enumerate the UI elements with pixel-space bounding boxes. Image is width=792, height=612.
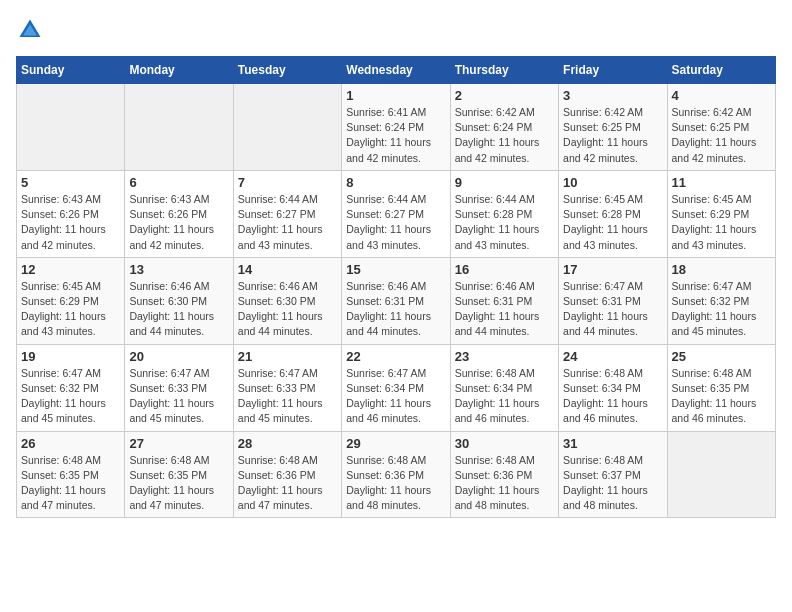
day-info: Sunrise: 6:43 AMSunset: 6:26 PMDaylight:…: [129, 192, 228, 253]
calendar-cell: 15Sunrise: 6:46 AMSunset: 6:31 PMDayligh…: [342, 257, 450, 344]
day-info: Sunrise: 6:47 AMSunset: 6:32 PMDaylight:…: [21, 366, 120, 427]
day-number: 26: [21, 436, 120, 451]
calendar-cell: 12Sunrise: 6:45 AMSunset: 6:29 PMDayligh…: [17, 257, 125, 344]
day-number: 11: [672, 175, 771, 190]
day-info: Sunrise: 6:47 AMSunset: 6:31 PMDaylight:…: [563, 279, 662, 340]
day-number: 9: [455, 175, 554, 190]
calendar-week-2: 5Sunrise: 6:43 AMSunset: 6:26 PMDaylight…: [17, 170, 776, 257]
calendar-cell: 14Sunrise: 6:46 AMSunset: 6:30 PMDayligh…: [233, 257, 341, 344]
day-info: Sunrise: 6:42 AMSunset: 6:25 PMDaylight:…: [672, 105, 771, 166]
day-number: 7: [238, 175, 337, 190]
day-info: Sunrise: 6:47 AMSunset: 6:33 PMDaylight:…: [238, 366, 337, 427]
day-number: 30: [455, 436, 554, 451]
day-info: Sunrise: 6:41 AMSunset: 6:24 PMDaylight:…: [346, 105, 445, 166]
calendar-cell: 20Sunrise: 6:47 AMSunset: 6:33 PMDayligh…: [125, 344, 233, 431]
day-info: Sunrise: 6:48 AMSunset: 6:35 PMDaylight:…: [129, 453, 228, 514]
day-number: 31: [563, 436, 662, 451]
day-number: 19: [21, 349, 120, 364]
calendar-cell: 13Sunrise: 6:46 AMSunset: 6:30 PMDayligh…: [125, 257, 233, 344]
dow-header-saturday: Saturday: [667, 57, 775, 84]
day-info: Sunrise: 6:48 AMSunset: 6:36 PMDaylight:…: [238, 453, 337, 514]
calendar-cell: 31Sunrise: 6:48 AMSunset: 6:37 PMDayligh…: [559, 431, 667, 518]
day-info: Sunrise: 6:48 AMSunset: 6:36 PMDaylight:…: [455, 453, 554, 514]
calendar-week-4: 19Sunrise: 6:47 AMSunset: 6:32 PMDayligh…: [17, 344, 776, 431]
calendar-cell: 29Sunrise: 6:48 AMSunset: 6:36 PMDayligh…: [342, 431, 450, 518]
calendar-cell: 10Sunrise: 6:45 AMSunset: 6:28 PMDayligh…: [559, 170, 667, 257]
day-info: Sunrise: 6:44 AMSunset: 6:27 PMDaylight:…: [238, 192, 337, 253]
day-number: 5: [21, 175, 120, 190]
day-number: 23: [455, 349, 554, 364]
calendar-table: SundayMondayTuesdayWednesdayThursdayFrid…: [16, 56, 776, 518]
day-number: 15: [346, 262, 445, 277]
calendar-cell: 18Sunrise: 6:47 AMSunset: 6:32 PMDayligh…: [667, 257, 775, 344]
day-info: Sunrise: 6:47 AMSunset: 6:32 PMDaylight:…: [672, 279, 771, 340]
calendar-cell: 23Sunrise: 6:48 AMSunset: 6:34 PMDayligh…: [450, 344, 558, 431]
calendar-cell: [233, 84, 341, 171]
calendar-cell: 3Sunrise: 6:42 AMSunset: 6:25 PMDaylight…: [559, 84, 667, 171]
day-info: Sunrise: 6:48 AMSunset: 6:36 PMDaylight:…: [346, 453, 445, 514]
day-info: Sunrise: 6:43 AMSunset: 6:26 PMDaylight:…: [21, 192, 120, 253]
day-info: Sunrise: 6:48 AMSunset: 6:34 PMDaylight:…: [563, 366, 662, 427]
calendar-cell: 5Sunrise: 6:43 AMSunset: 6:26 PMDaylight…: [17, 170, 125, 257]
calendar-cell: 26Sunrise: 6:48 AMSunset: 6:35 PMDayligh…: [17, 431, 125, 518]
day-number: 16: [455, 262, 554, 277]
day-info: Sunrise: 6:47 AMSunset: 6:33 PMDaylight:…: [129, 366, 228, 427]
days-of-week-row: SundayMondayTuesdayWednesdayThursdayFrid…: [17, 57, 776, 84]
day-info: Sunrise: 6:42 AMSunset: 6:25 PMDaylight:…: [563, 105, 662, 166]
calendar-cell: 28Sunrise: 6:48 AMSunset: 6:36 PMDayligh…: [233, 431, 341, 518]
day-info: Sunrise: 6:48 AMSunset: 6:35 PMDaylight:…: [672, 366, 771, 427]
dow-header-friday: Friday: [559, 57, 667, 84]
day-number: 28: [238, 436, 337, 451]
day-info: Sunrise: 6:44 AMSunset: 6:28 PMDaylight:…: [455, 192, 554, 253]
calendar-cell: [17, 84, 125, 171]
day-info: Sunrise: 6:46 AMSunset: 6:30 PMDaylight:…: [238, 279, 337, 340]
day-number: 6: [129, 175, 228, 190]
day-number: 13: [129, 262, 228, 277]
day-number: 8: [346, 175, 445, 190]
day-info: Sunrise: 6:46 AMSunset: 6:31 PMDaylight:…: [346, 279, 445, 340]
day-number: 3: [563, 88, 662, 103]
day-info: Sunrise: 6:45 AMSunset: 6:29 PMDaylight:…: [672, 192, 771, 253]
calendar-cell: 19Sunrise: 6:47 AMSunset: 6:32 PMDayligh…: [17, 344, 125, 431]
calendar-cell: 24Sunrise: 6:48 AMSunset: 6:34 PMDayligh…: [559, 344, 667, 431]
calendar-week-5: 26Sunrise: 6:48 AMSunset: 6:35 PMDayligh…: [17, 431, 776, 518]
day-info: Sunrise: 6:48 AMSunset: 6:34 PMDaylight:…: [455, 366, 554, 427]
day-number: 24: [563, 349, 662, 364]
dow-header-tuesday: Tuesday: [233, 57, 341, 84]
day-number: 25: [672, 349, 771, 364]
calendar-cell: [125, 84, 233, 171]
day-number: 29: [346, 436, 445, 451]
day-number: 2: [455, 88, 554, 103]
calendar-cell: 21Sunrise: 6:47 AMSunset: 6:33 PMDayligh…: [233, 344, 341, 431]
day-number: 14: [238, 262, 337, 277]
day-info: Sunrise: 6:47 AMSunset: 6:34 PMDaylight:…: [346, 366, 445, 427]
dow-header-thursday: Thursday: [450, 57, 558, 84]
logo-icon: [16, 16, 44, 44]
day-info: Sunrise: 6:46 AMSunset: 6:30 PMDaylight:…: [129, 279, 228, 340]
calendar-week-3: 12Sunrise: 6:45 AMSunset: 6:29 PMDayligh…: [17, 257, 776, 344]
calendar-cell: 27Sunrise: 6:48 AMSunset: 6:35 PMDayligh…: [125, 431, 233, 518]
dow-header-wednesday: Wednesday: [342, 57, 450, 84]
dow-header-sunday: Sunday: [17, 57, 125, 84]
day-number: 20: [129, 349, 228, 364]
calendar-cell: 9Sunrise: 6:44 AMSunset: 6:28 PMDaylight…: [450, 170, 558, 257]
calendar-week-1: 1Sunrise: 6:41 AMSunset: 6:24 PMDaylight…: [17, 84, 776, 171]
day-number: 27: [129, 436, 228, 451]
day-info: Sunrise: 6:45 AMSunset: 6:28 PMDaylight:…: [563, 192, 662, 253]
logo: [16, 16, 48, 44]
calendar-cell: 25Sunrise: 6:48 AMSunset: 6:35 PMDayligh…: [667, 344, 775, 431]
day-number: 22: [346, 349, 445, 364]
calendar-cell: 1Sunrise: 6:41 AMSunset: 6:24 PMDaylight…: [342, 84, 450, 171]
day-number: 1: [346, 88, 445, 103]
day-number: 17: [563, 262, 662, 277]
day-number: 18: [672, 262, 771, 277]
calendar-cell: 16Sunrise: 6:46 AMSunset: 6:31 PMDayligh…: [450, 257, 558, 344]
day-info: Sunrise: 6:42 AMSunset: 6:24 PMDaylight:…: [455, 105, 554, 166]
calendar-cell: 17Sunrise: 6:47 AMSunset: 6:31 PMDayligh…: [559, 257, 667, 344]
calendar-cell: [667, 431, 775, 518]
calendar-cell: 30Sunrise: 6:48 AMSunset: 6:36 PMDayligh…: [450, 431, 558, 518]
day-number: 4: [672, 88, 771, 103]
calendar-cell: 6Sunrise: 6:43 AMSunset: 6:26 PMDaylight…: [125, 170, 233, 257]
calendar-cell: 11Sunrise: 6:45 AMSunset: 6:29 PMDayligh…: [667, 170, 775, 257]
day-info: Sunrise: 6:46 AMSunset: 6:31 PMDaylight:…: [455, 279, 554, 340]
